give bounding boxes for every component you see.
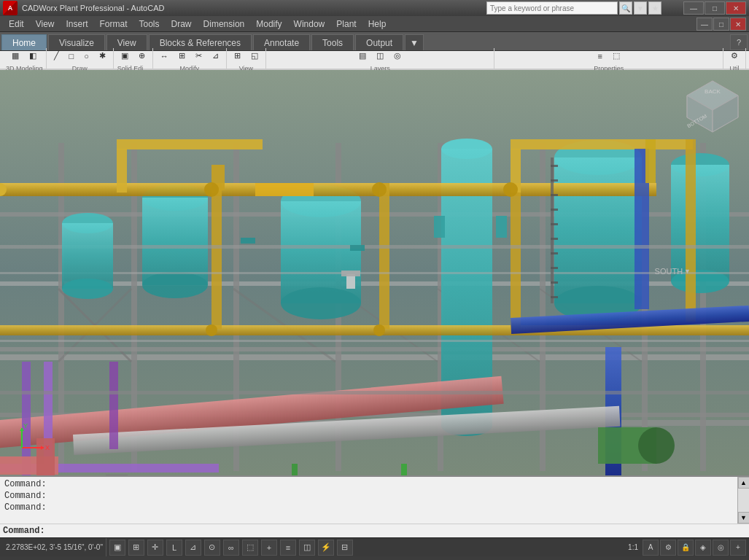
- command-scrollbar[interactable]: ▲ ▼: [737, 477, 749, 524]
- model-paper-button[interactable]: ▣: [109, 540, 125, 556]
- properties-btn2[interactable]: ⬚: [608, 48, 624, 64]
- menu-view[interactable]: View: [30, 16, 61, 32]
- draw-buttons: ╱ □ ○ ✱: [50, 48, 110, 64]
- command-prompt: Command:: [3, 526, 45, 536]
- view-btn1[interactable]: ⊞: [230, 48, 245, 64]
- 3d-modeling-btn2[interactable]: ◧: [25, 48, 41, 64]
- inner-maximize-button[interactable]: □: [713, 18, 729, 31]
- snap-button[interactable]: ✛: [147, 540, 163, 556]
- util-btn1[interactable]: ⚙: [726, 48, 742, 64]
- selection-button[interactable]: ⊟: [337, 540, 353, 556]
- solidedi-btn2[interactable]: ⊕: [134, 48, 150, 64]
- dyn-button[interactable]: +: [261, 540, 277, 556]
- close-button[interactable]: ✕: [726, 1, 746, 15]
- polar-button[interactable]: ⊿: [185, 540, 201, 556]
- layers-btn1[interactable]: ▤: [354, 48, 370, 64]
- lineweight-button[interactable]: ≡: [280, 540, 296, 556]
- draw-btn4[interactable]: ✱: [95, 48, 110, 64]
- compass-text: SOUTH: [655, 267, 683, 276]
- toolbar-group-3dmodeling: ▦ ◧ 3D Modeling: [3, 48, 47, 72]
- autocad-logo: A: [3, 1, 18, 15]
- search-dropdown-button[interactable]: ▼: [634, 1, 647, 15]
- cmd-text-2: Command:: [4, 491, 47, 501]
- modify-btn3[interactable]: ✂: [191, 48, 206, 64]
- svg-point-66: [372, 182, 387, 197]
- menu-format[interactable]: Format: [94, 16, 133, 32]
- ducs-button[interactable]: ⬚: [242, 540, 258, 556]
- search-button[interactable]: 🔍: [619, 1, 632, 15]
- modify-btn4[interactable]: ⊿: [208, 48, 223, 64]
- hardware-accel-button[interactable]: ◈: [695, 540, 711, 556]
- properties-btn1[interactable]: ≡: [594, 48, 607, 64]
- modify-btn2[interactable]: ⊞: [174, 48, 190, 64]
- minimize-button[interactable]: —: [683, 1, 704, 15]
- draw-btn3[interactable]: ○: [79, 48, 93, 64]
- inner-minimize-button[interactable]: —: [696, 18, 713, 31]
- svg-rect-31: [554, 158, 642, 303]
- lock-button[interactable]: 🔒: [678, 540, 694, 556]
- menu-tools[interactable]: Tools: [133, 16, 166, 32]
- svg-point-23: [142, 272, 208, 298]
- view-btn2[interactable]: ◱: [247, 48, 263, 64]
- compass-south-label: SOUTH ▼: [655, 267, 691, 276]
- menu-edit[interactable]: Edit: [3, 16, 30, 32]
- svg-rect-34: [671, 165, 729, 281]
- svg-point-68: [206, 324, 217, 336]
- svg-rect-42: [379, 183, 389, 329]
- menu-bar: Edit View Insert Format Tools Draw Dimen…: [0, 16, 749, 32]
- inner-close-button[interactable]: ✕: [730, 18, 746, 31]
- draw-btn1[interactable]: ╱: [50, 48, 63, 64]
- scroll-up-arrow[interactable]: ▲: [738, 477, 750, 489]
- layers-btn2[interactable]: ◫: [372, 48, 388, 64]
- menu-insert[interactable]: Insert: [60, 16, 93, 32]
- navigation-cube[interactable]: BACK BOTTOM: [683, 77, 742, 136]
- ribbon-toolbar: ▦ ◧ 3D Modeling ╱ □ ○ ✱ Draw ▣ ⊕ Solid E…: [0, 51, 749, 70]
- solidedi-btn1[interactable]: ▣: [117, 48, 133, 64]
- viewport[interactable]: BACK BOTTOM SOUTH ▼ X Y: [0, 70, 749, 475]
- osnap-button[interactable]: ⊙: [204, 540, 220, 556]
- title-bar: A CADWorx Plant Professional - AutoCAD 🔍…: [0, 0, 749, 16]
- svg-rect-87: [551, 296, 558, 298]
- workspace-button[interactable]: ⚙: [660, 540, 676, 556]
- svg-rect-93: [434, 216, 445, 238]
- annotation-button[interactable]: A: [643, 540, 659, 556]
- inner-window-controls: — □ ✕: [696, 18, 746, 31]
- quickprops-button[interactable]: ⚡: [318, 540, 334, 556]
- svg-text:Y: Y: [23, 422, 28, 429]
- menu-dimension[interactable]: Dimension: [198, 16, 251, 32]
- menu-help[interactable]: Help: [362, 16, 392, 32]
- modify-btn1[interactable]: ↔: [156, 48, 173, 64]
- grid-button[interactable]: ⊞: [128, 540, 144, 556]
- isolation-button[interactable]: ◎: [713, 540, 729, 556]
- menu-draw[interactable]: Draw: [166, 16, 198, 32]
- search-bar: 🔍 ▼ ★: [486, 1, 661, 15]
- 3d-modeling-buttons: ▦ ◧: [7, 48, 41, 64]
- scroll-down-arrow[interactable]: ▼: [738, 512, 750, 524]
- svg-rect-94: [496, 216, 507, 238]
- window-controls: — □ ✕: [683, 1, 746, 15]
- transparency-button[interactable]: ◫: [299, 540, 315, 556]
- 3d-modeling-btn1[interactable]: ▦: [7, 48, 23, 64]
- layers-buttons: ▤ ◫ ◎: [354, 48, 405, 64]
- toolbar-group-modify: ↔ ⊞ ✂ ⊿ Modify: [153, 48, 227, 72]
- ortho-button[interactable]: L: [166, 540, 182, 556]
- customize-button[interactable]: +: [730, 540, 746, 556]
- menu-plant[interactable]: Plant: [330, 16, 362, 32]
- title-bar-left: A CADWorx Plant Professional - AutoCAD: [3, 1, 164, 15]
- otrack-button[interactable]: ∞: [223, 540, 239, 556]
- menu-modify[interactable]: Modify: [250, 16, 287, 32]
- svg-text:X: X: [45, 444, 50, 451]
- maximize-button[interactable]: □: [705, 1, 725, 15]
- command-input[interactable]: [48, 526, 746, 536]
- svg-rect-89: [117, 139, 263, 149]
- search-star-button[interactable]: ★: [648, 1, 661, 15]
- draw-btn2[interactable]: □: [65, 48, 79, 64]
- logo-text: A: [8, 4, 13, 12]
- svg-rect-88: [117, 149, 127, 192]
- layers-btn3[interactable]: ◎: [389, 48, 405, 64]
- menu-window[interactable]: Window: [288, 16, 331, 32]
- search-input[interactable]: [486, 1, 618, 15]
- svg-rect-41: [211, 183, 222, 329]
- modify-buttons: ↔ ⊞ ✂ ⊿: [156, 48, 223, 64]
- cmd-text-1: Command:: [4, 479, 47, 489]
